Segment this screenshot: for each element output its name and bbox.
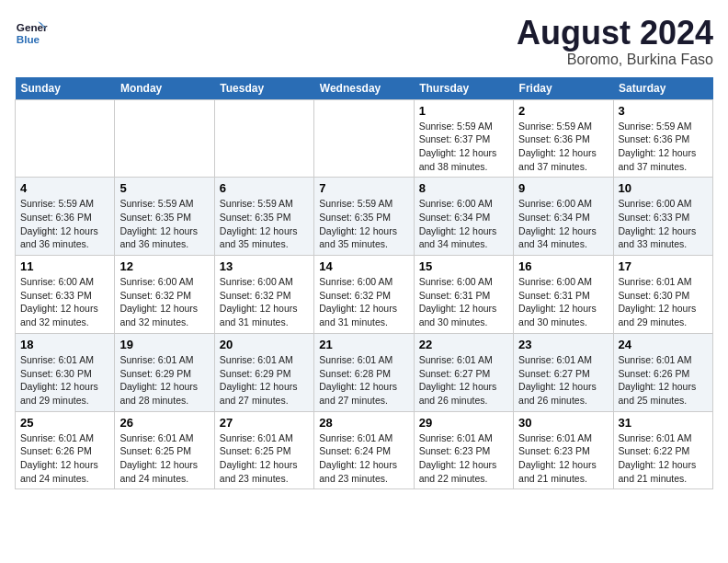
day-detail: Sunrise: 6:00 AMSunset: 6:34 PMDaylight:… xyxy=(518,197,608,251)
day-number: 14 xyxy=(319,259,408,273)
calendar-cell: 26Sunrise: 6:01 AMSunset: 6:25 PMDayligh… xyxy=(115,411,214,489)
calendar-cell: 16Sunrise: 6:00 AMSunset: 6:31 PMDayligh… xyxy=(514,256,613,334)
day-detail: Sunrise: 6:01 AMSunset: 6:23 PMDaylight:… xyxy=(518,431,608,486)
calendar-cell: 12Sunrise: 6:00 AMSunset: 6:32 PMDayligh… xyxy=(115,256,214,334)
day-detail: Sunrise: 6:01 AMSunset: 6:25 PMDaylight:… xyxy=(220,431,309,486)
day-detail: Sunrise: 5:59 AMSunset: 6:35 PMDaylight:… xyxy=(220,197,309,251)
calendar-cell: 6Sunrise: 5:59 AMSunset: 6:35 PMDaylight… xyxy=(214,178,313,256)
weekday-header-wednesday: Wednesday xyxy=(314,77,414,100)
month-title: August 2024 xyxy=(517,15,713,52)
calendar-week-4: 18Sunrise: 6:01 AMSunset: 6:30 PMDayligh… xyxy=(16,333,713,411)
logo: General Blue xyxy=(15,15,48,48)
calendar-cell: 23Sunrise: 6:01 AMSunset: 6:27 PMDayligh… xyxy=(514,333,613,411)
day-number: 29 xyxy=(419,416,508,430)
day-detail: Sunrise: 6:00 AMSunset: 6:32 PMDaylight:… xyxy=(220,275,309,329)
weekday-header-friday: Friday xyxy=(514,77,613,100)
calendar-cell: 3Sunrise: 5:59 AMSunset: 6:36 PMDaylight… xyxy=(613,99,712,178)
calendar-cell: 13Sunrise: 6:00 AMSunset: 6:32 PMDayligh… xyxy=(214,256,313,334)
day-detail: Sunrise: 6:01 AMSunset: 6:23 PMDaylight:… xyxy=(419,431,508,486)
day-number: 4 xyxy=(20,181,109,195)
calendar-cell xyxy=(314,99,414,178)
logo-icon: General Blue xyxy=(15,15,48,48)
weekday-header-thursday: Thursday xyxy=(414,77,513,100)
calendar-cell: 11Sunrise: 6:00 AMSunset: 6:33 PMDayligh… xyxy=(16,256,115,334)
weekday-header-saturday: Saturday xyxy=(613,77,712,100)
calendar-cell: 15Sunrise: 6:00 AMSunset: 6:31 PMDayligh… xyxy=(414,256,513,334)
weekday-header-sunday: Sunday xyxy=(16,77,115,100)
calendar-week-5: 25Sunrise: 6:01 AMSunset: 6:26 PMDayligh… xyxy=(16,411,713,489)
calendar-week-1: 1Sunrise: 5:59 AMSunset: 6:37 PMDaylight… xyxy=(16,99,713,178)
day-number: 28 xyxy=(319,416,408,430)
day-number: 12 xyxy=(119,259,209,273)
calendar-cell: 8Sunrise: 6:00 AMSunset: 6:34 PMDaylight… xyxy=(414,178,513,256)
calendar-cell: 18Sunrise: 6:01 AMSunset: 6:30 PMDayligh… xyxy=(16,333,115,411)
day-number: 1 xyxy=(419,104,508,118)
day-number: 2 xyxy=(518,104,608,118)
page-header: General Blue August 2024 Boromo, Burkina… xyxy=(15,15,713,68)
day-number: 3 xyxy=(619,104,708,118)
weekday-header-row: SundayMondayTuesdayWednesdayThursdayFrid… xyxy=(16,77,713,100)
title-block: August 2024 Boromo, Burkina Faso xyxy=(517,15,713,68)
day-detail: Sunrise: 5:59 AMSunset: 6:36 PMDaylight:… xyxy=(518,120,608,174)
day-detail: Sunrise: 6:01 AMSunset: 6:30 PMDaylight:… xyxy=(619,275,708,329)
day-number: 20 xyxy=(220,338,309,351)
day-detail: Sunrise: 6:01 AMSunset: 6:25 PMDaylight:… xyxy=(119,431,209,486)
day-detail: Sunrise: 6:00 AMSunset: 6:32 PMDaylight:… xyxy=(119,275,209,329)
day-number: 18 xyxy=(20,338,109,351)
day-detail: Sunrise: 6:01 AMSunset: 6:29 PMDaylight:… xyxy=(220,353,309,408)
day-detail: Sunrise: 6:01 AMSunset: 6:22 PMDaylight:… xyxy=(619,431,708,486)
svg-text:General: General xyxy=(17,21,48,33)
calendar-cell: 9Sunrise: 6:00 AMSunset: 6:34 PMDaylight… xyxy=(514,178,613,256)
calendar-cell: 20Sunrise: 6:01 AMSunset: 6:29 PMDayligh… xyxy=(214,333,313,411)
calendar-cell: 28Sunrise: 6:01 AMSunset: 6:24 PMDayligh… xyxy=(314,411,414,489)
day-detail: Sunrise: 6:01 AMSunset: 6:29 PMDaylight:… xyxy=(119,353,209,408)
calendar-cell: 17Sunrise: 6:01 AMSunset: 6:30 PMDayligh… xyxy=(613,256,712,334)
day-number: 30 xyxy=(518,416,608,430)
day-number: 22 xyxy=(419,338,508,351)
calendar-cell: 31Sunrise: 6:01 AMSunset: 6:22 PMDayligh… xyxy=(613,411,712,489)
day-number: 27 xyxy=(220,416,309,430)
day-detail: Sunrise: 6:01 AMSunset: 6:26 PMDaylight:… xyxy=(20,431,109,486)
calendar-cell: 5Sunrise: 5:59 AMSunset: 6:35 PMDaylight… xyxy=(115,178,214,256)
calendar-cell: 22Sunrise: 6:01 AMSunset: 6:27 PMDayligh… xyxy=(414,333,513,411)
day-detail: Sunrise: 5:59 AMSunset: 6:35 PMDaylight:… xyxy=(319,197,408,251)
day-number: 16 xyxy=(518,259,608,273)
day-detail: Sunrise: 6:00 AMSunset: 6:31 PMDaylight:… xyxy=(518,275,608,329)
day-number: 25 xyxy=(20,416,109,430)
calendar-cell: 7Sunrise: 5:59 AMSunset: 6:35 PMDaylight… xyxy=(314,178,414,256)
day-number: 21 xyxy=(319,338,408,351)
calendar-cell: 30Sunrise: 6:01 AMSunset: 6:23 PMDayligh… xyxy=(514,411,613,489)
day-number: 23 xyxy=(518,338,608,351)
calendar-cell: 25Sunrise: 6:01 AMSunset: 6:26 PMDayligh… xyxy=(16,411,115,489)
calendar-cell: 1Sunrise: 5:59 AMSunset: 6:37 PMDaylight… xyxy=(414,99,513,178)
calendar-cell: 14Sunrise: 6:00 AMSunset: 6:32 PMDayligh… xyxy=(314,256,414,334)
day-number: 15 xyxy=(419,259,508,273)
day-detail: Sunrise: 6:00 AMSunset: 6:34 PMDaylight:… xyxy=(419,197,508,251)
day-number: 9 xyxy=(518,181,608,195)
day-detail: Sunrise: 5:59 AMSunset: 6:36 PMDaylight:… xyxy=(619,120,708,174)
day-number: 19 xyxy=(119,338,209,351)
day-detail: Sunrise: 6:01 AMSunset: 6:30 PMDaylight:… xyxy=(20,353,109,408)
day-detail: Sunrise: 6:00 AMSunset: 6:33 PMDaylight:… xyxy=(619,197,708,251)
day-number: 5 xyxy=(119,181,209,195)
calendar-cell: 27Sunrise: 6:01 AMSunset: 6:25 PMDayligh… xyxy=(214,411,313,489)
day-detail: Sunrise: 6:01 AMSunset: 6:27 PMDaylight:… xyxy=(419,353,508,408)
calendar-cell xyxy=(16,99,115,178)
calendar-cell: 29Sunrise: 6:01 AMSunset: 6:23 PMDayligh… xyxy=(414,411,513,489)
day-number: 8 xyxy=(419,181,508,195)
day-number: 10 xyxy=(619,181,708,195)
calendar-cell: 24Sunrise: 6:01 AMSunset: 6:26 PMDayligh… xyxy=(613,333,712,411)
day-detail: Sunrise: 6:00 AMSunset: 6:33 PMDaylight:… xyxy=(20,275,109,329)
day-number: 13 xyxy=(220,259,309,273)
day-number: 24 xyxy=(619,338,708,351)
calendar-week-2: 4Sunrise: 5:59 AMSunset: 6:36 PMDaylight… xyxy=(16,178,713,256)
day-detail: Sunrise: 6:01 AMSunset: 6:24 PMDaylight:… xyxy=(319,431,408,486)
calendar-week-3: 11Sunrise: 6:00 AMSunset: 6:33 PMDayligh… xyxy=(16,256,713,334)
day-detail: Sunrise: 5:59 AMSunset: 6:36 PMDaylight:… xyxy=(20,197,109,251)
day-detail: Sunrise: 6:01 AMSunset: 6:27 PMDaylight:… xyxy=(518,353,608,408)
day-detail: Sunrise: 6:01 AMSunset: 6:28 PMDaylight:… xyxy=(319,353,408,408)
calendar-table: SundayMondayTuesdayWednesdayThursdayFrid… xyxy=(15,77,713,490)
calendar-cell: 21Sunrise: 6:01 AMSunset: 6:28 PMDayligh… xyxy=(314,333,414,411)
calendar-cell: 4Sunrise: 5:59 AMSunset: 6:36 PMDaylight… xyxy=(16,178,115,256)
calendar-cell xyxy=(115,99,214,178)
